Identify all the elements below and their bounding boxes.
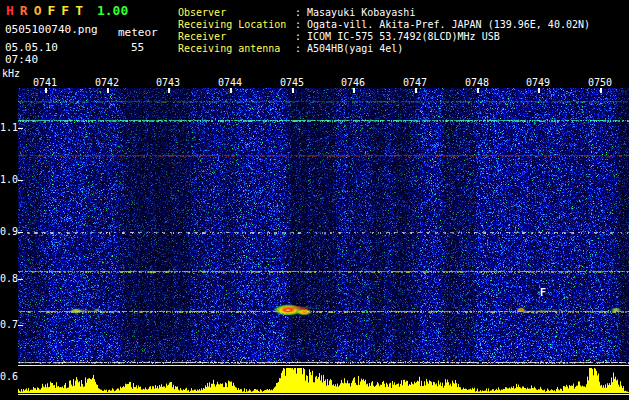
info-value-receiver: : ICOM IC-575 53.7492(8LCD)MHz USB [295,31,500,42]
info-label-observer: Observer [178,7,226,18]
info-label-receiver: Receiver [178,31,226,42]
info-value-observer: : Masayuki Kobayashi [295,7,415,18]
app-logo: HROFFT1.00 [6,3,134,18]
logo-letter: O [34,3,42,18]
echo-marker-f: F [540,287,546,298]
time-tick-label: 0747 [402,77,428,88]
info-value-location: : Ogata-vill. Akita-Pref. JAPAN (139.96E… [295,19,590,30]
time-tick-label: 0743 [155,77,181,88]
freq-tick-label: 0.8 [0,273,17,284]
freq-tick-label: 1.1 [0,122,17,133]
info-value-antenna: : A504HB(yagi 4el) [295,43,403,54]
time-tick-label: 0744 [217,77,243,88]
output-filename: 0505100740.png [5,24,98,36]
logo-letter: R [20,3,28,18]
time-tick-label: 0750 [587,77,613,88]
time-tick-label: 0745 [279,77,305,88]
time-tick-label: 0741 [32,77,58,88]
info-label-antenna: Receiving antenna [178,43,280,54]
logo-letter: F [61,3,69,18]
freq-tick-label: 0.7 [0,319,17,330]
frequency-unit-label: kHz [2,68,20,79]
freq-tick-label: 0.6 [0,371,17,382]
time-tick-label: 0742 [94,77,120,88]
datetime-label: 05.05.10 07:40 [5,42,58,66]
logo-version: 1.00 [97,3,128,18]
logo-letter: F [47,3,55,18]
amplitude-canvas [18,367,629,393]
time-tick-label: 0748 [464,77,490,88]
info-label-location: Receiving Location [178,19,286,30]
time-tick-label: 0746 [340,77,366,88]
freq-tick-label: 1.0 [0,174,17,185]
logo-letter: T [75,3,83,18]
spectrogram-canvas [18,88,629,364]
time-tick-label: 0749 [525,77,551,88]
separator-line-top [18,365,629,366]
freq-tick-label: 0.9 [0,226,17,237]
echo-count: 55 [131,42,144,54]
separator-line-bottom [18,394,629,395]
mode-label: meteor [118,27,158,39]
logo-letter: H [6,3,14,18]
